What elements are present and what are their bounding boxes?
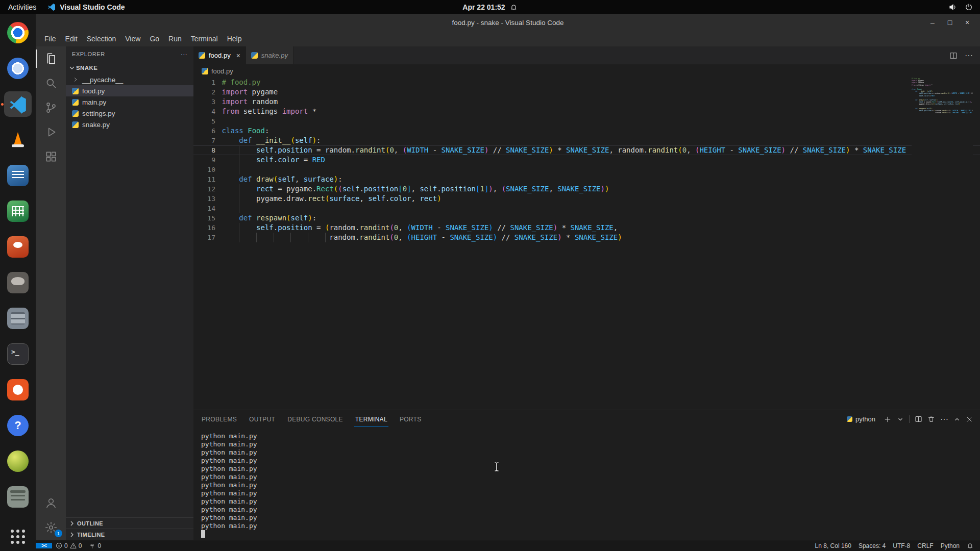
dock-item-game[interactable] [4, 448, 32, 474]
panel-tab-output[interactable]: OUTPUT [248, 412, 276, 427]
show-applications-button[interactable] [11, 530, 25, 544]
clock[interactable]: Apr 22 01:52 [462, 3, 517, 11]
split-terminal-icon[interactable] [915, 415, 922, 423]
indent-guide [239, 145, 239, 155]
dock-item-libreoffice-impress[interactable] [4, 234, 32, 260]
activitybar-extensions[interactable] [36, 144, 66, 169]
ports-status[interactable]: 0 [85, 542, 105, 549]
outline-label: OUTLINE [77, 520, 103, 527]
minimize-button[interactable]: – [924, 18, 941, 27]
bottom-panel: PROBLEMSOUTPUTDEBUG CONSOLETERMINALPORTS… [193, 410, 980, 540]
panel-tab-terminal[interactable]: TERMINAL [354, 412, 388, 427]
warning-icon [70, 542, 77, 549]
dock-item-trash[interactable] [4, 484, 32, 510]
menu-help[interactable]: Help [223, 33, 247, 45]
activitybar-settings[interactable]: 1 [36, 515, 66, 540]
explorer-section-snake[interactable]: SNAKE [66, 62, 193, 74]
tree-item-__pycache__[interactable]: __pycache__ [66, 74, 193, 85]
menu-file[interactable]: File [40, 33, 61, 45]
editor-more-actions-icon[interactable]: ··· [965, 51, 973, 60]
menu-go[interactable]: Go [145, 33, 164, 45]
encoding[interactable]: UTF-8 [889, 542, 914, 549]
outline-section[interactable]: OUTLINE [66, 517, 193, 529]
power-icon[interactable] [965, 3, 973, 11]
terminal-line: python main.py [201, 473, 980, 481]
terminal-dropdown-icon[interactable] [897, 416, 904, 423]
panel-tab-ports[interactable]: PORTS [399, 412, 423, 427]
language-mode[interactable]: Python [937, 542, 963, 549]
volume-icon[interactable] [949, 3, 957, 11]
dock-item-files[interactable] [4, 306, 32, 331]
window-titlebar[interactable]: food.py - snake - Visual Studio Code – □… [36, 14, 980, 31]
menu-view[interactable]: View [120, 33, 145, 45]
panel-tab-problems[interactable]: PROBLEMS [201, 412, 238, 427]
tree-item-food.py[interactable]: food.py [66, 85, 193, 96]
activitybar-source-control[interactable] [36, 95, 66, 120]
terminal-line: python main.py [201, 448, 980, 457]
dock-item-help[interactable] [4, 413, 32, 438]
tree-item-snake.py[interactable]: snake.py [66, 119, 193, 130]
restore-button[interactable]: □ [941, 18, 959, 27]
close-tab-icon[interactable]: × [236, 52, 240, 60]
panel-more-actions-icon[interactable]: ··· [940, 415, 948, 424]
explorer-more-actions-icon[interactable]: ··· [181, 51, 187, 57]
split-editor-icon[interactable] [949, 52, 958, 60]
menu-run[interactable]: Run [164, 33, 186, 45]
shell-name: python [855, 415, 875, 423]
editor[interactable]: 1234567891011121314151617 # food.pyimpor… [193, 78, 980, 410]
maximize-panel-icon[interactable] [953, 416, 961, 423]
notification-bell-icon [510, 4, 518, 11]
activitybar-search[interactable] [36, 71, 66, 95]
eol-sequence[interactable]: CRLF [914, 542, 937, 549]
breadcrumb[interactable]: food.py [193, 64, 980, 78]
indent-guide [274, 233, 274, 242]
terminal-output[interactable]: python main.pypython main.pypython main.… [193, 428, 980, 540]
activities-button[interactable]: Activities [8, 3, 36, 11]
dock-item-terminal[interactable] [4, 341, 32, 367]
dock-item-libreoffice-writer[interactable] [4, 163, 32, 188]
line-number-8: 8 [193, 145, 215, 155]
tree-item-main.py[interactable]: main.py [66, 96, 193, 108]
activitybar-accounts[interactable] [36, 491, 66, 515]
indentation[interactable]: Spaces: 4 [855, 542, 889, 549]
close-panel-icon[interactable] [966, 416, 973, 423]
menu-edit[interactable]: Edit [61, 33, 82, 45]
close-button[interactable]: × [959, 18, 976, 27]
timeline-section[interactable]: TIMELINE [66, 529, 193, 540]
remote-indicator[interactable]: >< [36, 543, 52, 548]
dock-item-gimp[interactable] [4, 270, 32, 295]
activity-bar: 1 [36, 46, 66, 540]
notifications-bell-icon[interactable] [963, 542, 977, 549]
line-number-4: 4 [193, 107, 215, 116]
activitybar-explorer[interactable] [36, 46, 66, 71]
dock-item-chromium[interactable] [4, 56, 32, 81]
tab-food.py[interactable]: food.py× [193, 46, 246, 64]
panel-tab-debug-console[interactable]: DEBUG CONSOLE [286, 412, 344, 427]
minimap[interactable]: # food.pyimport pygameimport randomfrom … [912, 78, 973, 410]
editor-code-lines[interactable]: # food.pyimport pygameimport randomfrom … [226, 78, 980, 410]
ports-count: 0 [97, 542, 101, 549]
dock-item-vscode[interactable] [4, 91, 32, 117]
timeline-label: TIMELINE [77, 532, 105, 538]
menu-terminal[interactable]: Terminal [186, 33, 223, 45]
indent-guide [239, 184, 239, 194]
activitybar-run-debug[interactable] [36, 120, 66, 144]
new-terminal-icon[interactable] [884, 415, 892, 423]
code-line-9: self.color = RED [222, 155, 980, 165]
dock-item-google-chrome[interactable] [4, 20, 32, 45]
tree-item-settings.py[interactable]: settings.py [66, 108, 193, 119]
dock-item-vlc[interactable] [4, 127, 32, 153]
problems-status[interactable]: 0 0 [52, 542, 85, 549]
dock-item-ubuntu-software[interactable] [4, 377, 32, 403]
code-line-16: self.position = (random.randint(0, (WIDT… [222, 223, 980, 233]
line-number-5: 5 [193, 116, 215, 126]
focused-app-indicator[interactable]: Visual Studio Code [47, 3, 125, 11]
menu-selection[interactable]: Selection [82, 33, 121, 45]
settings-badge: 1 [55, 530, 62, 537]
kill-terminal-icon[interactable] [927, 415, 935, 423]
terminal-shell-item[interactable]: python [847, 415, 875, 423]
chevron-right-icon [68, 531, 76, 539]
dock-item-libreoffice-calc[interactable] [4, 198, 32, 224]
cursor-position[interactable]: Ln 8, Col 160 [812, 542, 855, 549]
tab-snake.py[interactable]: snake.py [246, 46, 293, 64]
